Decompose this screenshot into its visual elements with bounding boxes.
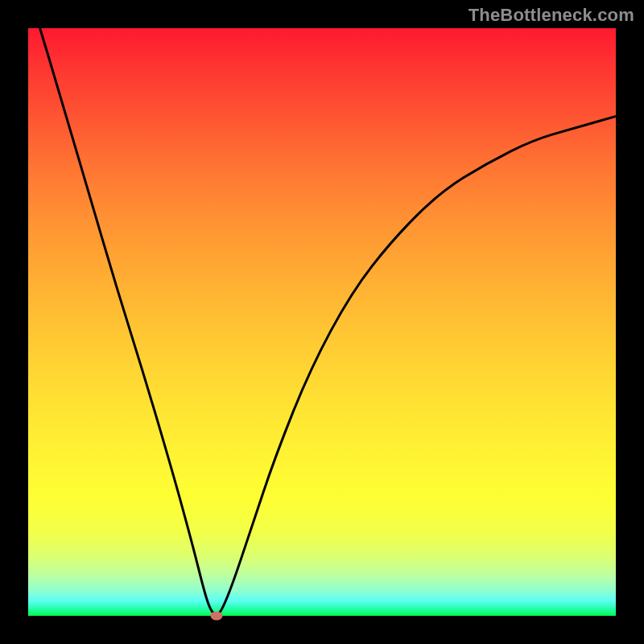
chart-frame: TheBottleneck.com (0, 0, 644, 644)
optimal-point-marker (210, 612, 222, 621)
watermark-text: TheBottleneck.com (469, 5, 634, 26)
curve-path (40, 28, 616, 614)
bottleneck-curve (28, 28, 616, 616)
plot-area (28, 28, 616, 616)
